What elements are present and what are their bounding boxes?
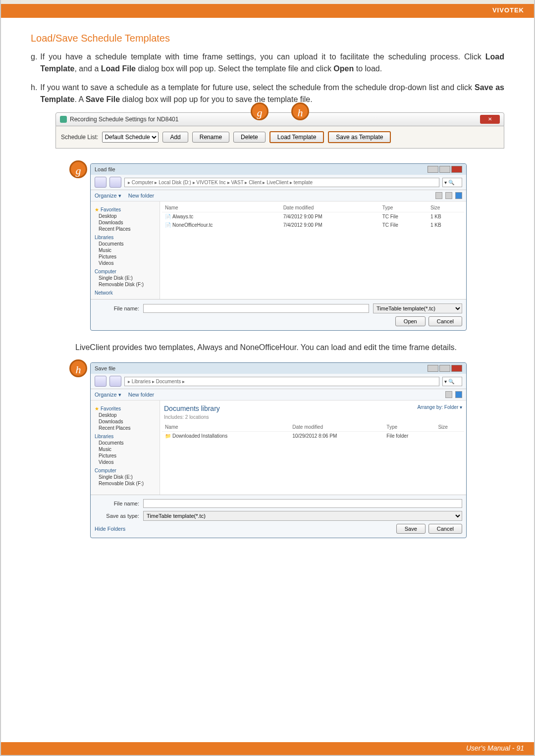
arrange-dropdown[interactable]: Arrange by: Folder ▾	[415, 403, 464, 423]
hide-folders-toggle[interactable]: Hide Folders	[95, 526, 125, 532]
table-row[interactable]: Downloaded Installations 10/29/2012 8:06…	[162, 432, 464, 441]
max-icon[interactable]	[439, 166, 450, 173]
dialog-nav: ▸ Libraries ▸ Documents ▸ ▾ 🔍	[91, 374, 466, 389]
table-row[interactable]: NoneOfficeHour.tc 7/4/2012 9:00 PM TC Fi…	[162, 221, 464, 229]
sidebar-documents[interactable]: Documents	[93, 440, 158, 446]
sidebar-libraries[interactable]: Libraries	[93, 234, 158, 241]
sidebar-recent[interactable]: Recent Places	[93, 226, 158, 232]
sidebar-music[interactable]: Music	[93, 247, 158, 253]
window-controls	[428, 166, 462, 173]
badge-h-top: h	[291, 102, 309, 120]
view-icon[interactable]	[435, 192, 442, 199]
sidebar-recent[interactable]: Recent Places	[93, 425, 158, 431]
delete-button[interactable]: Delete	[233, 132, 266, 143]
close-icon[interactable]	[451, 166, 462, 173]
cancel-button[interactable]: Cancel	[428, 316, 462, 326]
dialog-body: Favorites Desktop Downloads Recent Place…	[91, 401, 466, 495]
path-breadcrumb[interactable]: ▸ Libraries ▸ Documents ▸	[124, 377, 439, 386]
sidebar-music[interactable]: Music	[93, 446, 158, 453]
sidebar-documents[interactable]: Documents	[93, 241, 158, 247]
close-icon[interactable]: ✕	[480, 115, 500, 124]
file-filter-dropdown[interactable]: TimeTable template(*.tc)	[373, 303, 462, 313]
sidebar-removable-disk[interactable]: Removable Disk (F:)	[93, 281, 158, 288]
view-icon[interactable]	[445, 391, 452, 398]
col-size[interactable]: Size	[435, 423, 464, 432]
search-box[interactable]: ▾ 🔍	[442, 178, 462, 187]
sidebar-desktop[interactable]: Desktop	[93, 412, 158, 418]
col-modified[interactable]: Date modified	[280, 203, 379, 212]
sidebar-pictures[interactable]: Pictures	[93, 453, 158, 459]
col-name[interactable]: Name	[162, 203, 280, 212]
cell: 10/29/2012 8:06 PM	[289, 432, 383, 441]
rename-button[interactable]: Rename	[192, 132, 229, 143]
save-file-dialog: Save file ▸ Libraries ▸ Documents ▸ ▾ 🔍 …	[90, 362, 467, 538]
back-icon[interactable]	[95, 376, 107, 387]
sidebar-computer[interactable]: Computer	[93, 268, 158, 275]
filename-input[interactable]	[143, 499, 462, 508]
txt: . A	[74, 95, 85, 103]
sidebar-favorites[interactable]: Favorites	[93, 405, 158, 412]
forward-icon[interactable]	[109, 376, 121, 387]
sidebar-videos[interactable]: Videos	[93, 260, 158, 266]
bold: Save File	[86, 95, 120, 103]
txt: If you want to save a schedule as a temp…	[40, 83, 475, 92]
note-text: LiveClient provides two templates, Alway…	[75, 342, 504, 353]
para-g-label: g.	[31, 51, 37, 75]
preview-icon[interactable]	[445, 192, 452, 199]
sidebar: Favorites Desktop Downloads Recent Place…	[91, 401, 160, 495]
add-button[interactable]: Add	[162, 132, 188, 143]
schedule-dropdown[interactable]: Default Schedule	[102, 132, 159, 143]
paragraph-h: h. If you want to save a schedule as a t…	[31, 82, 504, 105]
sidebar-downloads[interactable]: Downloads	[93, 418, 158, 425]
col-size[interactable]: Size	[428, 203, 464, 212]
back-icon[interactable]	[95, 177, 107, 188]
sidebar-libraries[interactable]: Libraries	[93, 433, 158, 440]
col-type[interactable]: Type	[379, 203, 428, 212]
filename-input[interactable]	[143, 304, 369, 313]
col-type[interactable]: Type	[383, 423, 435, 432]
txt: dialog box will pop up. Select the templ…	[136, 64, 333, 73]
cell	[435, 432, 464, 441]
sidebar-videos[interactable]: Videos	[93, 459, 158, 465]
sidebar-single-disk[interactable]: Single Disk (E:)	[93, 275, 158, 281]
save-button[interactable]: Save	[396, 524, 426, 534]
sidebar-network[interactable]: Network	[93, 290, 158, 296]
save-as-template-button[interactable]: Save as Template	[328, 131, 391, 143]
file-filter-dropdown[interactable]: TimeTable template(*.tc)	[143, 511, 462, 521]
organize-menu[interactable]: Organize ▾	[95, 193, 121, 199]
organize-menu[interactable]: Organize ▾	[95, 392, 121, 398]
sidebar-favorites[interactable]: Favorites	[93, 206, 158, 213]
table-row[interactable]: Always.tc 7/4/2012 9:00 PM TC File 1 KB	[162, 212, 464, 221]
path-breadcrumb[interactable]: ▸ Computer ▸ Local Disk (D:) ▸ VIVOTEK I…	[124, 178, 439, 187]
sidebar-single-disk[interactable]: Single Disk (E:)	[93, 474, 158, 480]
sidebar-computer[interactable]: Computer	[93, 467, 158, 474]
cancel-button[interactable]: Cancel	[428, 524, 462, 534]
bold: Open	[333, 64, 354, 73]
sidebar-downloads[interactable]: Downloads	[93, 219, 158, 226]
badge-g-top: g	[251, 102, 268, 120]
col-modified[interactable]: Date modified	[289, 423, 383, 432]
new-folder-button[interactable]: New folder	[128, 392, 155, 398]
search-box[interactable]: ▾ 🔍	[442, 377, 462, 386]
para-g-text: If you have a schedule template with tim…	[40, 51, 504, 75]
forward-icon[interactable]	[109, 177, 121, 188]
dialog-toolbar: Organize ▾ New folder	[91, 389, 466, 401]
para-h-text: If you want to save a schedule as a temp…	[40, 82, 504, 105]
open-button[interactable]: Open	[395, 316, 426, 326]
sidebar-removable-disk[interactable]: Removable Disk (F:)	[93, 480, 158, 487]
close-icon[interactable]	[451, 365, 462, 372]
filename-label: File name:	[95, 501, 139, 506]
min-icon[interactable]	[428, 166, 438, 173]
new-folder-button[interactable]: New folder	[128, 193, 155, 199]
max-icon[interactable]	[439, 365, 450, 372]
sidebar-desktop[interactable]: Desktop	[93, 213, 158, 219]
sidebar-pictures[interactable]: Pictures	[93, 253, 158, 260]
cell: 1 KB	[428, 221, 464, 229]
col-name[interactable]: Name	[162, 423, 289, 432]
load-template-button[interactable]: Load Template	[269, 131, 324, 143]
min-icon[interactable]	[428, 365, 438, 372]
cell: 7/4/2012 9:00 PM	[280, 212, 379, 221]
help-icon[interactable]	[455, 391, 462, 398]
help-icon[interactable]	[455, 192, 462, 199]
dialog-title: Save file	[95, 365, 115, 371]
